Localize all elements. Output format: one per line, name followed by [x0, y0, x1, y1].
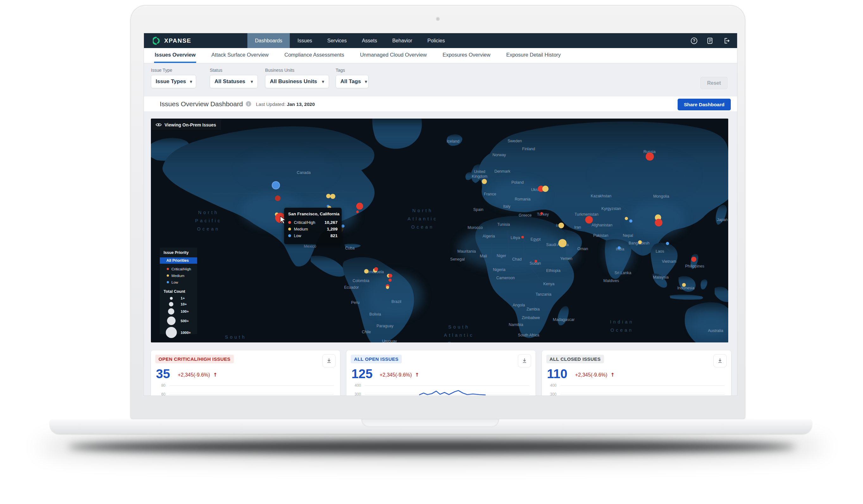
- issue-dot-red[interactable]: [646, 152, 654, 161]
- map-legend: Issue Priority All Priorities Critical/H…: [160, 248, 197, 334]
- filter-label: Business Units: [265, 68, 329, 73]
- trend-up-arrow-icon: ↑: [609, 372, 615, 378]
- size-circle-icon: [170, 297, 173, 300]
- filter-dropdown[interactable]: Issue Types▼: [151, 75, 196, 88]
- issue-dot-yellow[interactable]: [330, 194, 335, 199]
- filter-label: Tags: [336, 68, 368, 73]
- filter-value: Issue Types: [155, 78, 186, 85]
- issue-dot-red[interactable]: [388, 274, 392, 278]
- issue-dot-yellow[interactable]: [682, 283, 686, 287]
- map-mode-badge[interactable]: Viewing On-Prem Issues: [152, 119, 221, 130]
- tooltip-priority-value: 10,267: [325, 220, 338, 225]
- filter-bar: Reset Issue TypeIssue Types▼StatusAll St…: [144, 63, 737, 97]
- issue-dot-yellow[interactable]: [386, 286, 389, 289]
- filter-dropdown[interactable]: All Tags▼: [336, 75, 368, 88]
- legend-size-label: 1+: [180, 296, 185, 300]
- city-tooltip: San Francisco, California Critical/High1…: [284, 208, 342, 244]
- legend-size-1plus: 1+: [160, 296, 197, 300]
- summary-card-all-closed-issues: ALL CLOSED ISSUES110+2,345(-9.6%) ↑40030…: [542, 350, 731, 395]
- legend-size-500plus: 500+: [160, 316, 197, 325]
- issue-dot-yellow[interactable]: [625, 217, 628, 220]
- issue-dot-red[interactable]: [521, 236, 524, 238]
- chevron-down-icon: ▼: [190, 80, 192, 84]
- svg-text:?: ?: [693, 39, 695, 43]
- issue-dot-red[interactable]: [388, 279, 392, 282]
- summary-card-all-open-issues: ALL OPEN ISSUES125+2,345(-9.6%) ↑400300: [347, 350, 536, 395]
- issue-dot-red[interactable]: [535, 260, 537, 262]
- issue-dot-red[interactable]: [655, 219, 662, 226]
- brand-name: XPANSE: [164, 37, 191, 44]
- mini-chart-gridline: 80: [151, 383, 340, 388]
- subtab-exposures-overview[interactable]: Exposures Overview: [442, 48, 491, 63]
- issue-dot-red[interactable]: [374, 267, 378, 271]
- nav-tab-policies[interactable]: Policies: [420, 33, 452, 48]
- nav-tab-behavior[interactable]: Behavior: [385, 33, 420, 48]
- issues-world-map[interactable]: Viewing On-Prem Issues CanadaIcelandSwed…: [151, 118, 728, 342]
- card-delta: +2,345(-9.6%) ↑: [380, 372, 419, 378]
- subtab-compliance-assessments[interactable]: Compliance Assessments: [284, 48, 345, 63]
- issue-dot-blue[interactable]: [666, 242, 669, 245]
- mini-chart-gridline: 400: [347, 383, 536, 388]
- laptop-base: [50, 419, 812, 434]
- filter-dropdown[interactable]: All Statuses▼: [210, 75, 258, 88]
- tooltip-priority-value: 821: [330, 234, 338, 238]
- tooltip-row: Medium1,209: [288, 226, 338, 232]
- subtab-attack-surface-overview[interactable]: Attack Surface Overview: [211, 48, 269, 63]
- issue-dot-blue[interactable]: [629, 219, 633, 223]
- issue-dot-darkred[interactable]: [275, 196, 280, 201]
- issue-dot-red[interactable]: [356, 211, 359, 213]
- download-button[interactable]: [713, 354, 727, 367]
- help-icon[interactable]: ?: [690, 37, 698, 45]
- size-circle-wrap: [165, 316, 177, 325]
- issue-dot-yellow[interactable]: [326, 194, 330, 198]
- release-notes-icon[interactable]: [706, 37, 714, 45]
- download-button[interactable]: [322, 354, 336, 367]
- issue-dot-red[interactable]: [691, 257, 696, 262]
- nav-tab-services[interactable]: Services: [320, 33, 354, 48]
- legend-priority-critical-high[interactable]: Critical/High: [160, 266, 197, 272]
- last-updated: Last Updated: Jan 13, 2020: [256, 101, 315, 107]
- issue-dot-yellow[interactable]: [558, 223, 564, 228]
- issue-dot-blue[interactable]: [617, 246, 621, 250]
- reset-button[interactable]: Reset: [700, 77, 728, 89]
- issue-dot-red[interactable]: [356, 203, 363, 210]
- trend-up-arrow-icon: ↑: [413, 372, 419, 378]
- size-circle-wrap: [165, 302, 177, 306]
- filter-issue-type: Issue TypeIssue Types▼: [151, 68, 196, 88]
- legend-priority-medium[interactable]: Medium: [160, 272, 197, 279]
- filter-dropdown[interactable]: All Business Units▼: [265, 75, 329, 88]
- card-title: OPEN CRITICAL/HIGH ISSUES: [155, 355, 234, 363]
- subtab-exposure-detail-history[interactable]: Exposure Detail History: [505, 48, 561, 63]
- nav-tab-issues[interactable]: Issues: [290, 33, 320, 48]
- legend-all-priorities[interactable]: All Priorities: [160, 257, 197, 264]
- nav-tab-assets[interactable]: Assets: [354, 33, 385, 48]
- nav-tab-dashboards[interactable]: Dashboards: [247, 33, 290, 48]
- gridline: [169, 386, 334, 386]
- legend-priority-low[interactable]: Low: [160, 279, 197, 286]
- issue-dot-yellow[interactable]: [364, 269, 368, 274]
- laptop-shadow: [68, 440, 796, 453]
- priority-dot-icon: [167, 275, 169, 277]
- issue-dot-yellow[interactable]: [542, 186, 549, 192]
- logout-icon[interactable]: [723, 37, 730, 45]
- brand[interactable]: XPANSE: [144, 37, 238, 45]
- axis-tick-label: 400: [542, 383, 556, 388]
- issue-dot-yellow[interactable]: [558, 239, 566, 247]
- filter-label: Status: [210, 68, 258, 73]
- download-button[interactable]: [518, 354, 531, 367]
- legend-priority-label: Critical/High: [172, 267, 191, 271]
- subtab-unmanaged-cloud-overview[interactable]: Unmanaged Cloud Overview: [359, 48, 427, 63]
- issue-dot-yellow[interactable]: [638, 240, 642, 244]
- issue-dot-red[interactable]: [540, 212, 543, 215]
- issue-dot-bigblue[interactable]: [272, 181, 280, 189]
- share-dashboard-button[interactable]: Share Dashboard: [678, 99, 731, 110]
- subtab-issues-overview[interactable]: Issues Overview: [154, 48, 196, 63]
- legend-size-label: 10+: [180, 302, 187, 306]
- info-icon[interactable]: i: [246, 101, 251, 106]
- issue-dot-yellow[interactable]: [482, 179, 487, 184]
- eye-icon: [155, 123, 162, 127]
- dashboard-app: XPANSE DashboardsIssuesServicesAssetsBeh…: [144, 33, 737, 395]
- issue-dot-red[interactable]: [585, 216, 593, 224]
- issue-dot-blue[interactable]: [341, 225, 345, 228]
- axis-tick-label: 80: [151, 383, 165, 388]
